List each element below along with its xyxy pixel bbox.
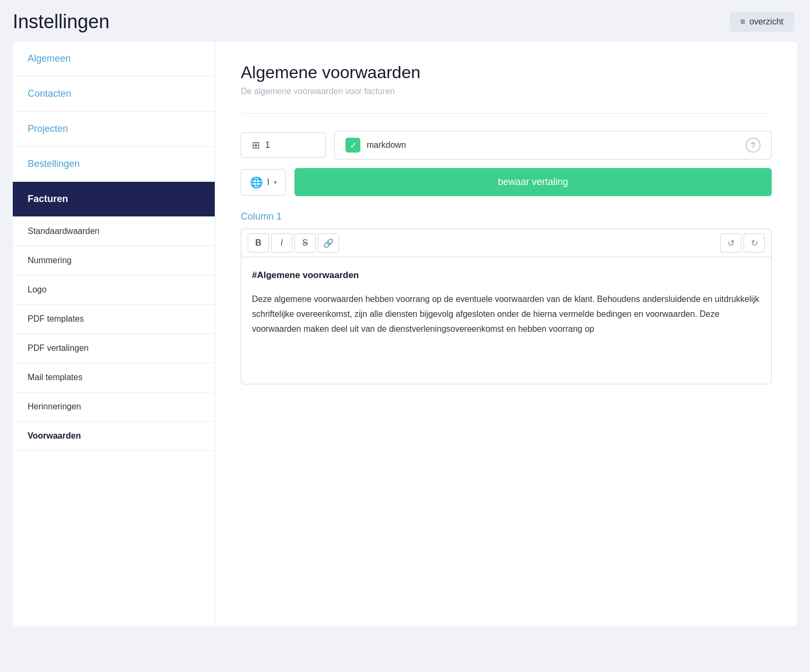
list-icon: ≡ [740, 17, 745, 27]
controls-row-2: 🌐 l ▾ bewaar vertaling [241, 168, 772, 196]
page-title: Instellingen [13, 11, 109, 33]
language-selector[interactable]: 🌐 l ▾ [241, 169, 286, 196]
markdown-checkbox[interactable]: ✓ [345, 138, 360, 153]
link-icon: 🔗 [323, 238, 334, 248]
sidebar-item-facturen[interactable]: Facturen [13, 182, 215, 217]
sidebar-item-mail-templates[interactable]: Mail templates [13, 363, 215, 392]
header: Instellingen ≡ overzicht [0, 0, 810, 41]
sidebar-item-pdf-vertalingen[interactable]: PDF vertalingen [13, 334, 215, 363]
sidebar-item-contacten[interactable]: Contacten [13, 77, 215, 112]
sidebar-item-pdf-templates[interactable]: PDF templates [13, 305, 215, 334]
markdown-label: markdown [367, 140, 406, 150]
italic-button[interactable]: I [271, 233, 292, 253]
sidebar-item-projecten[interactable]: Projecten [13, 112, 215, 147]
editor-heading: #Algemene voorwaarden [252, 268, 761, 283]
bold-icon: B [255, 238, 261, 248]
dropdown-arrow-icon: ▾ [274, 179, 277, 186]
help-icon[interactable]: ? [746, 138, 761, 153]
sidebar-item-herinneringen[interactable]: Herinneringen [13, 392, 215, 422]
controls-row-1: ⊞ 1 ✓ markdown ? [241, 131, 772, 159]
undo-icon: ↺ [728, 238, 735, 248]
content-subtitle: De algemene voorwaarden voor facturen [241, 87, 772, 96]
sidebar-item-standaardwaarden[interactable]: Standaardwaarden [13, 217, 215, 246]
column-label: Column 1 [241, 211, 772, 222]
editor-body: Deze algemene voorwaarden hebben voorran… [252, 292, 761, 337]
editor-toolbar: B I S 🔗 ↺ ↻ [241, 229, 772, 257]
globe-icon: 🌐 [250, 176, 263, 189]
lang-value: l [267, 178, 269, 187]
strikethrough-icon: S [302, 238, 308, 248]
redo-icon: ↻ [751, 238, 758, 248]
content-divider [241, 113, 772, 114]
redo-button[interactable]: ↻ [744, 233, 765, 253]
column-number: 1 [265, 140, 270, 150]
column-selector[interactable]: ⊞ 1 [241, 132, 326, 158]
overview-button[interactable]: ≡ overzicht [730, 12, 794, 32]
sidebar-item-logo[interactable]: Logo [13, 275, 215, 305]
main-layout: Algemeen Contacten Projecten Bestellinge… [13, 41, 797, 626]
sidebar: Algemeen Contacten Projecten Bestellinge… [13, 41, 215, 626]
undo-button[interactable]: ↺ [720, 233, 741, 253]
link-button[interactable]: 🔗 [318, 233, 339, 253]
sidebar-item-nummering[interactable]: Nummering [13, 246, 215, 275]
editor-area[interactable]: #Algemene voorwaarden Deze algemene voor… [241, 257, 772, 384]
sidebar-item-algemeen[interactable]: Algemeen [13, 41, 215, 77]
content-area: Algemene voorwaarden De algemene voorwaa… [215, 41, 797, 626]
overview-button-label: overzicht [749, 17, 783, 27]
columns-icon: ⊞ [252, 139, 260, 151]
save-translation-button[interactable]: bewaar vertaling [294, 168, 772, 196]
content-title: Algemene voorwaarden [241, 63, 772, 82]
bold-button[interactable]: B [248, 233, 269, 253]
markdown-toggle[interactable]: ✓ markdown ? [334, 131, 772, 159]
italic-icon: I [281, 238, 283, 248]
sidebar-item-voorwaarden[interactable]: Voorwaarden [13, 422, 215, 451]
strikethrough-button[interactable]: S [294, 233, 316, 253]
sidebar-item-bestellingen[interactable]: Bestellingen [13, 147, 215, 182]
